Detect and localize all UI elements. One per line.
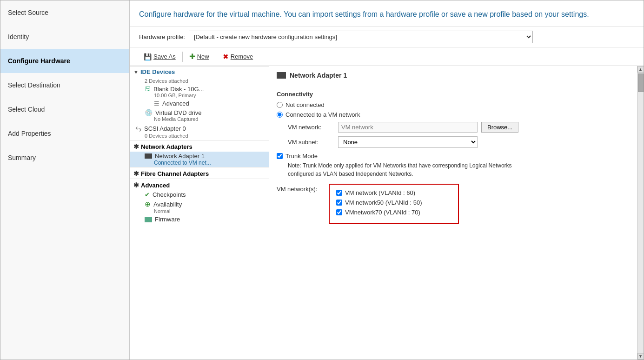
sidebar-item-select-destination[interactable]: Select Destination <box>0 73 129 97</box>
sidebar-item-select-cloud[interactable]: Select Cloud <box>0 97 129 121</box>
scsi-adapter-item[interactable]: ⇆ SCSI Adapter 0 0 Devices attached <box>130 123 269 140</box>
save-as-button[interactable]: 💾 Save As <box>139 51 180 62</box>
vm-networks-section: VM network(s): VM network (VLANId : 60) … <box>277 184 602 224</box>
advanced-label: Advanced <box>162 100 189 107</box>
vm-network-item-0[interactable]: VM network (VLANId : 60) <box>336 189 451 196</box>
hardware-profile-select[interactable]: [Default - create new hardware configura… <box>189 31 533 43</box>
connected-vm-label: Connected to a VM network <box>285 111 360 118</box>
vm-network-2-label: VMnetwork70 (VLANId : 70) <box>345 209 420 216</box>
connectivity-label: Connectivity <box>277 91 602 98</box>
vm-network-2-checkbox[interactable] <box>336 209 342 215</box>
sidebar-item-select-source[interactable]: Select Source <box>0 0 129 25</box>
scrollbar-thumb[interactable] <box>638 73 644 92</box>
network-adapter-1-item[interactable]: Network Adapter 1 Connected to VM net... <box>130 152 269 167</box>
sidebar-item-configure-hardware[interactable]: Configure Hardware <box>0 49 129 73</box>
vm-network-item-2[interactable]: VMnetwork70 (VLANId : 70) <box>336 209 451 216</box>
sidebar-label-select-cloud: Select Cloud <box>8 106 45 113</box>
header-section: Configure hardware for the virtual machi… <box>130 0 644 27</box>
checkpoints-icon: ✔ <box>145 191 150 198</box>
vm-network-item-1[interactable]: VM network50 (VLANId : 50) <box>336 199 451 206</box>
availability-item[interactable]: ⊕ Availability Normal <box>130 199 269 215</box>
hardware-profile-label: Hardware profile: <box>139 33 185 40</box>
vm-network-1-checkbox[interactable] <box>336 200 342 206</box>
sidebar-item-summary[interactable]: Summary <box>0 146 129 170</box>
scsi-sub: 0 Devices attached <box>135 133 265 139</box>
vm-subnet-select[interactable]: None <box>338 136 478 148</box>
trunk-mode-label: Trunk Mode <box>285 153 318 160</box>
dvd-sub: No Media Captured <box>145 116 265 122</box>
availability-icon: ⊕ <box>145 200 151 208</box>
scsi-icon: ⇆ <box>135 124 141 133</box>
advanced-icon: ☰ <box>154 100 159 107</box>
trunk-mode-row[interactable]: Trunk Mode <box>277 153 602 160</box>
advanced-section-header[interactable]: ✱ Advanced <box>130 179 269 190</box>
scrollbar-down-arrow[interactable]: ▼ <box>637 353 644 360</box>
network-adapters-collapse-icon[interactable]: ✱ <box>133 143 139 150</box>
ide-collapse-icon[interactable]: ▼ <box>133 69 139 75</box>
network-adapter-1-label: Network Adapter 1 <box>155 153 205 160</box>
vm-subnet-label: VM subnet: <box>288 139 334 146</box>
main-content: Configure hardware for the virtual machi… <box>130 0 644 360</box>
new-button[interactable]: ✚ New <box>185 50 214 63</box>
vm-subnet-row: VM subnet: None <box>277 136 602 148</box>
network-adapter-icon <box>145 153 152 159</box>
dvd-label: Virtual DVD drive <box>155 109 201 116</box>
fibre-channel-header[interactable]: ✱ Fibre Channel Adapters <box>130 167 269 179</box>
network-adapter-1-sub: Connected to VM net... <box>145 160 265 166</box>
vm-network-row: VM network: Browse... <box>277 122 602 133</box>
trunk-note: Note: Trunk Mode only applied for VM Net… <box>288 161 520 178</box>
blank-disk-label: Blank Disk - 10G... <box>153 86 204 93</box>
scrollbar-up-arrow[interactable]: ▲ <box>637 66 644 73</box>
vm-networks-label: VM network(s): <box>277 184 323 193</box>
checkpoints-item[interactable]: ✔ Checkpoints <box>130 190 269 199</box>
new-label: New <box>197 53 209 60</box>
firmware-icon <box>145 217 152 222</box>
right-panel: Network Adapter 1 Connectivity Not conne… <box>269 66 637 360</box>
not-connected-row[interactable]: Not connected <box>277 101 602 108</box>
dvd-drive-item[interactable]: 💿 Virtual DVD drive No Media Captured <box>130 108 269 123</box>
sidebar-label-summary: Summary <box>8 154 36 161</box>
remove-label: Remove <box>231 53 253 60</box>
advanced-section-label: Advanced <box>141 182 170 189</box>
not-connected-label: Not connected <box>285 101 325 108</box>
main-scrollbar: ▲ ▼ <box>637 66 644 360</box>
advanced-item[interactable]: ☰ Advanced <box>130 99 269 108</box>
panel-title-row: Network Adapter 1 <box>277 72 602 83</box>
sidebar-label-configure-hardware: Configure Hardware <box>8 57 70 65</box>
network-adapters-label: Network Adapters <box>141 143 193 150</box>
firmware-item[interactable]: Firmware <box>130 215 269 224</box>
vm-network-label: VM network: <box>288 124 334 131</box>
device-tree: ▼ IDE Devices 2 Devices attached 🖫 Blank… <box>130 66 269 360</box>
sidebar-item-identity[interactable]: Identity <box>0 25 129 49</box>
remove-icon: ✖ <box>223 53 229 61</box>
fibre-collapse-icon[interactable]: ✱ <box>133 170 139 177</box>
connected-vm-radio[interactable] <box>277 112 283 118</box>
blank-disk-item[interactable]: 🖫 Blank Disk - 10G... 10.00 GB, Primary <box>130 85 269 99</box>
toolbar-divider-2 <box>216 52 216 62</box>
panel-title: Network Adapter 1 <box>290 72 347 79</box>
not-connected-radio[interactable] <box>277 102 283 108</box>
network-adapters-header[interactable]: ✱ Network Adapters <box>130 140 269 152</box>
sidebar-item-add-properties[interactable]: Add Properties <box>0 121 129 146</box>
toolbar-buttons: 💾 Save As ✚ New ✖ Remove <box>130 47 644 66</box>
fibre-channel-label: Fibre Channel Adapters <box>141 170 209 177</box>
availability-label: Availability <box>153 201 182 208</box>
browse-button[interactable]: Browse... <box>481 122 518 133</box>
content-area: ▼ IDE Devices 2 Devices attached 🖫 Blank… <box>130 66 644 360</box>
dvd-icon: 💿 <box>145 109 153 116</box>
connectivity-radio-group: Not connected Connected to a VM network <box>277 101 602 118</box>
sidebar-label-select-source: Select Source <box>8 9 48 16</box>
connected-vm-row[interactable]: Connected to a VM network <box>277 111 602 118</box>
advanced-section-collapse-icon[interactable]: ✱ <box>133 181 139 189</box>
vm-network-input[interactable] <box>338 122 478 133</box>
save-as-label: Save As <box>153 53 176 60</box>
ide-devices-label: IDE Devices <box>140 68 175 75</box>
trunk-mode-checkbox[interactable] <box>277 153 283 159</box>
sidebar-label-add-properties: Add Properties <box>8 130 51 137</box>
remove-button[interactable]: ✖ Remove <box>218 51 258 63</box>
ide-devices-header[interactable]: ▼ IDE Devices <box>130 66 269 77</box>
toolbar-divider-1 <box>182 52 183 62</box>
ide-devices-sub: 2 Devices attached <box>130 77 269 85</box>
sidebar-label-select-destination: Select Destination <box>8 81 60 89</box>
vm-network-0-checkbox[interactable] <box>336 190 342 196</box>
